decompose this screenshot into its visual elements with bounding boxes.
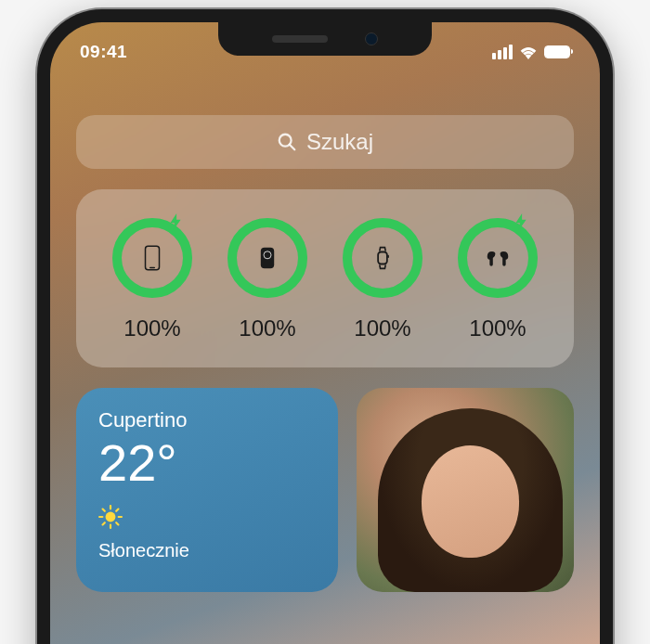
status-icons (492, 45, 570, 59)
weather-widget[interactable]: Cupertino 22° Słone (76, 388, 338, 592)
svg-rect-8 (261, 248, 274, 268)
svg-line-23 (103, 522, 105, 524)
battery-status-icon (544, 45, 570, 58)
device-magsafe: 100% (227, 217, 308, 341)
airpods-icon (479, 239, 516, 277)
svg-point-16 (106, 511, 116, 522)
charging-bolt-icon (513, 213, 529, 230)
apple-watch-icon (364, 239, 401, 277)
batteries-widget[interactable]: 100% (76, 189, 574, 367)
sun-icon (98, 505, 316, 535)
svg-line-22 (116, 522, 118, 524)
device-iphone: 100% (111, 217, 193, 341)
svg-line-21 (103, 509, 105, 510)
notch-speaker (272, 35, 328, 43)
photos-widget[interactable] (357, 388, 574, 592)
svg-rect-13 (387, 255, 389, 258)
device-airpods: 100% (457, 217, 539, 341)
svg-rect-4 (146, 246, 160, 270)
phone-frame: 09:41 Szukaj (37, 9, 613, 644)
svg-rect-12 (378, 252, 387, 264)
notch (218, 22, 432, 56)
weather-city: Cupertino (98, 408, 316, 432)
iphone-icon (134, 239, 171, 277)
charging-bolt-icon (167, 213, 184, 230)
search-placeholder: Szukaj (306, 129, 373, 155)
wifi-icon (519, 45, 538, 59)
phone-screen: 09:41 Szukaj (50, 22, 600, 644)
battery-percent-label: 100% (354, 316, 410, 341)
search-icon (277, 132, 297, 152)
status-time: 09:41 (80, 42, 127, 62)
magsafe-battery-icon (249, 239, 286, 277)
device-watch: 100% (342, 217, 423, 341)
notch-camera (365, 32, 378, 45)
battery-percent-label: 100% (239, 316, 295, 341)
battery-percent-label: 100% (469, 316, 526, 341)
svg-line-24 (116, 509, 118, 510)
svg-line-1 (290, 145, 295, 150)
search-bar[interactable]: Szukaj (76, 115, 574, 169)
weather-temperature: 22° (98, 434, 316, 492)
weather-condition: Słonecznie (98, 540, 316, 561)
photo-portrait (357, 388, 574, 592)
cellular-signal-icon (492, 45, 513, 59)
battery-percent-label: 100% (124, 316, 180, 341)
